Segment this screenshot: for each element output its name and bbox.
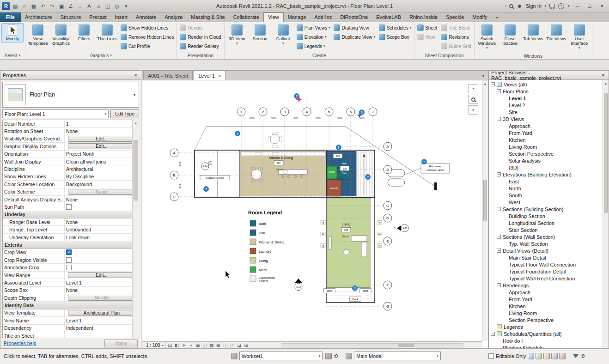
tab-close-icon[interactable]: × (218, 73, 221, 79)
property-value[interactable] (65, 204, 139, 210)
tree-item-how-do-i[interactable]: How do I (489, 337, 603, 344)
help-caret-icon[interactable]: ▾ (567, 4, 569, 8)
button-3d-view[interactable]: 3D View▾ (226, 23, 248, 47)
properties-help-link[interactable]: Properties help (4, 340, 37, 346)
button-tile-views[interactable]: Tile Views (545, 23, 567, 42)
tree-item-from-yard[interactable]: From Yard (489, 296, 603, 303)
navbar-caret-icon[interactable]: ▾ (468, 105, 478, 115)
property-value[interactable]: Independent (65, 325, 139, 331)
ribbon-cycle-icon[interactable]: ◦ (493, 16, 495, 20)
ribbon-tab-file[interactable]: File (0, 12, 21, 22)
tree-item-building-section[interactable]: Building Section (489, 212, 603, 219)
expander-icon[interactable]: − (497, 283, 501, 287)
property-value[interactable] (65, 265, 139, 270)
properties-header[interactable]: Properties × (0, 71, 141, 80)
temporary-view-properties-icon[interactable]: ◰ (229, 342, 236, 348)
document-tab-a001-title-sheet[interactable]: A001 - Title Sheet (143, 71, 193, 80)
type-selector-caret-icon[interactable]: ▾ (134, 93, 137, 97)
properties-close-icon[interactable]: × (133, 72, 139, 79)
temporary-hide-isolate-icon[interactable]: ▩ (208, 342, 215, 348)
sign-in-caret-icon[interactable]: ▾ (545, 4, 547, 8)
property-value[interactable]: No clip (65, 295, 139, 301)
checkbox-crop-region-visible[interactable] (66, 257, 72, 263)
expander-icon[interactable]: − (497, 249, 501, 253)
drag-elements-on-selection-icon[interactable] (559, 353, 566, 359)
button-view[interactable]: View (416, 32, 438, 42)
vertical-scrollbar[interactable]: ▲ (482, 80, 488, 341)
project-browser-close-icon[interactable]: × (600, 72, 606, 79)
help-icon[interactable]: ? (558, 3, 564, 9)
text-icon[interactable]: A (85, 2, 93, 10)
property-value[interactable]: Background (65, 182, 139, 187)
scroll-up-icon[interactable]: ▲ (603, 80, 609, 86)
expander-icon[interactable]: − (497, 89, 501, 93)
property-button-view-template[interactable]: Architectural Plan (68, 310, 135, 316)
tree-item-3d[interactable]: {3D} (489, 164, 603, 171)
tree-item-sections-wall-section[interactable]: −Sections (Wall Section) (489, 233, 603, 240)
ribbon-tab-modify[interactable]: Modify (468, 13, 491, 22)
property-value[interactable]: None (65, 197, 139, 202)
property-value[interactable]: Edit... (65, 136, 139, 142)
button-plan-views[interactable]: Plan Views▾ (295, 23, 332, 32)
select-pinned-elements-icon[interactable] (543, 353, 550, 359)
button-close-inactive[interactable]: Close Inactive (499, 23, 521, 47)
button-sheet[interactable]: Sheet (416, 23, 438, 32)
ribbon-tab-dirootsone[interactable]: DiRootsOne (336, 13, 372, 22)
ribbon-tab-rhino-inside[interactable]: Rhino.Inside (405, 13, 442, 22)
save-icon[interactable]: ▦ (30, 2, 38, 10)
redo-icon[interactable]: ↷ (48, 2, 56, 10)
property-value[interactable]: Edit... (65, 272, 139, 278)
tree-item-kitchen[interactable]: Kitchen (489, 136, 603, 143)
tree-item-kitchen[interactable]: Kitchen (489, 303, 603, 309)
panel-label-select[interactable]: Select▾ (0, 52, 25, 59)
project-browser-scrollbar[interactable]: ▲ (603, 80, 609, 348)
tab-list-caret-icon[interactable]: ▾ (479, 74, 488, 80)
view-scale-button[interactable]: 1 : 100 ▾ (144, 342, 166, 348)
select-elements-by-face-icon[interactable] (551, 353, 558, 359)
button-legends[interactable]: Legends▾ (295, 42, 332, 51)
property-value[interactable]: By Discipline (65, 174, 139, 179)
filter-icon[interactable] (573, 354, 579, 358)
property-value[interactable]: Clean all wall joins (65, 159, 139, 164)
property-value[interactable]: Level 1 (65, 280, 139, 285)
section-icon[interactable]: ◫ (104, 2, 112, 10)
search-icon[interactable] (509, 4, 513, 8)
tree-item-approach[interactable]: Approach (489, 289, 603, 296)
print-icon[interactable]: ▣ (57, 2, 66, 10)
horizontal-scroll-thumb[interactable] (398, 344, 414, 347)
button-guide-grid[interactable]: Guide Grid (439, 42, 472, 51)
app-icon[interactable]: R (2, 2, 10, 10)
undo-icon[interactable]: ↶ (39, 2, 47, 10)
tree-item-typical-floor-wall-connection[interactable]: Typical Floor Wall Connection (489, 261, 603, 268)
ribbon-tab-analyze[interactable]: Analyze (160, 13, 187, 22)
tree-item-west[interactable]: West (489, 199, 603, 206)
button-render-in-cloud[interactable]: Render in Cloud (178, 32, 222, 42)
worksets-icon[interactable] (231, 353, 238, 359)
button-render-gallery[interactable]: Render Gallery (178, 42, 222, 51)
property-button-view-range[interactable]: Edit... (68, 272, 135, 278)
store-cart-icon[interactable] (549, 4, 555, 7)
property-value[interactable]: Look down (65, 235, 139, 240)
tree-item-legends[interactable]: Legends (489, 323, 603, 330)
project-browser-header[interactable]: Project Browser - RAC_basic_sample_proje… (489, 71, 609, 80)
sign-in-button[interactable]: Sign In (526, 3, 542, 9)
expander-icon[interactable]: − (497, 117, 501, 121)
tree-item-section-perspective[interactable]: Section Perspective (489, 150, 603, 157)
tree-item-living-room[interactable]: Living Room (489, 309, 603, 316)
crop-view-icon[interactable]: ▣ (195, 342, 201, 348)
button-cut-profile[interactable]: Cut Profile (119, 42, 175, 51)
tree-item-planting-schedule[interactable]: Planting Schedule (489, 344, 603, 348)
ribbon-tab-speckle[interactable]: Speckle (442, 13, 468, 22)
tree-item-section-perspective[interactable]: Section Perspective (489, 316, 603, 323)
tree-item-schedules-quantities-all[interactable]: −Schedules/Quantities (all) (489, 330, 603, 337)
property-value[interactable]: ✓ (65, 249, 139, 255)
ribbon-tab-evolvelab[interactable]: EvolveLAB (372, 13, 405, 22)
button-section[interactable]: Section (249, 23, 271, 42)
button-show-hidden-lines[interactable]: Show Hidden Lines (119, 23, 175, 32)
panel-label-windows[interactable]: Windows (475, 53, 592, 59)
document-tab-level-1[interactable]: Level 1× (194, 71, 225, 80)
drawing-canvas[interactable]: 1234567ABCABCDEFG30003000300030003000300… (142, 80, 482, 341)
ribbon-tab-view[interactable]: View (263, 12, 284, 22)
ribbon-tab-precast[interactable]: Precast (85, 13, 110, 22)
checkbox-annotation-crop[interactable] (66, 265, 72, 270)
